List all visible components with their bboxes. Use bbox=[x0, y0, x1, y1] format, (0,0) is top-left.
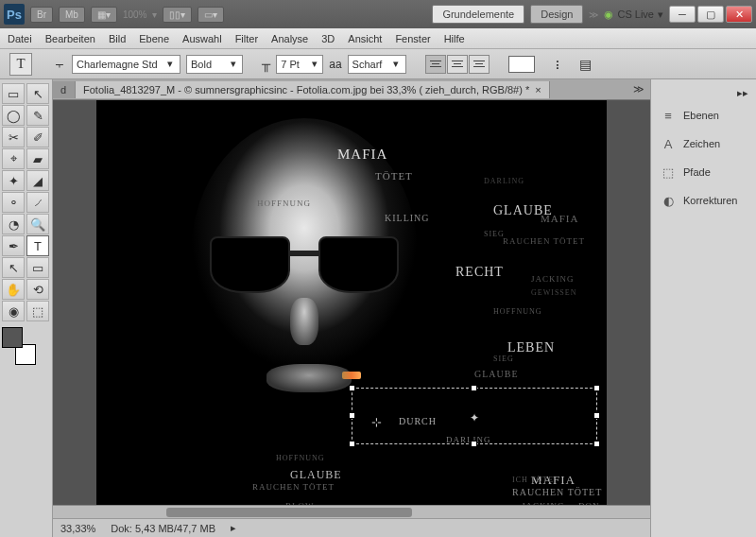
typo-word: RAUCHEN TÖTET bbox=[503, 236, 585, 246]
typo-word: RECHT bbox=[455, 265, 504, 280]
menu-bearbeiten[interactable]: Bearbeiten bbox=[45, 33, 95, 44]
tool-10[interactable]: ⚬ bbox=[2, 192, 25, 213]
align-left[interactable] bbox=[425, 55, 446, 74]
tool-4[interactable]: ✂ bbox=[2, 127, 25, 147]
tab-close-icon[interactable]: × bbox=[535, 84, 541, 95]
workspace-design[interactable]: Design bbox=[530, 5, 583, 24]
menu-ebene[interactable]: Ebene bbox=[139, 33, 169, 44]
menu-auswahl[interactable]: Auswahl bbox=[182, 33, 222, 44]
align-center[interactable] bbox=[447, 55, 468, 74]
panel-icon: A bbox=[659, 135, 678, 152]
panel-collapse-icon[interactable]: ▸▸ bbox=[655, 85, 752, 101]
font-size-select[interactable]: ▾ bbox=[276, 55, 323, 74]
tool-19[interactable]: ⟲ bbox=[26, 279, 49, 300]
typo-word: HOFFNUNG bbox=[257, 199, 311, 208]
document-tab-prev[interactable]: d bbox=[53, 81, 76, 98]
typo-word: TÖTET bbox=[375, 170, 413, 182]
right-panel: ▸▸ ≡EbenenAZeichen⬚Pfade◐Korrekturen bbox=[650, 79, 756, 537]
panel-pfade[interactable]: ⬚Pfade bbox=[655, 158, 752, 186]
tool-11[interactable]: ⟋ bbox=[26, 192, 49, 213]
document-tab-active[interactable]: Fotolia_4813297_M - © sumnersgraphicsinc… bbox=[76, 81, 550, 98]
character-panel-icon[interactable]: ▤ bbox=[579, 57, 592, 72]
tool-2[interactable]: ◯ bbox=[2, 105, 25, 126]
menu-bild[interactable]: Bild bbox=[109, 33, 126, 44]
color-swatches[interactable] bbox=[2, 327, 40, 365]
tool-1[interactable]: ↖ bbox=[26, 83, 49, 104]
maximize-button[interactable]: ▢ bbox=[697, 6, 724, 23]
panel-korrekturen[interactable]: ◐Korrekturen bbox=[655, 186, 752, 215]
minibridge-button[interactable]: Mb bbox=[59, 7, 85, 23]
panel-label: Ebenen bbox=[683, 110, 719, 121]
menu-datei[interactable]: Datei bbox=[8, 33, 32, 44]
tool-12[interactable]: ◔ bbox=[2, 214, 25, 234]
tool-5[interactable]: ✐ bbox=[26, 127, 49, 147]
foreground-color[interactable] bbox=[2, 327, 23, 348]
horizontal-scrollbar[interactable] bbox=[53, 505, 650, 518]
typo-word: GEWISSEN bbox=[531, 288, 576, 297]
typo-word: SIEG bbox=[493, 355, 514, 363]
menu-analyse[interactable]: Analyse bbox=[271, 33, 308, 44]
view-extras-button[interactable]: ▦▾ bbox=[91, 7, 117, 23]
panel-label: Pfade bbox=[683, 166, 711, 178]
canvas-area: MAFIAGLAUBEMAFIARAUCHEN TÖTETRECHTJACKIN… bbox=[53, 100, 650, 505]
tab-overflow[interactable]: ≫ bbox=[627, 83, 650, 95]
close-button[interactable]: ✕ bbox=[726, 6, 752, 23]
text-color[interactable] bbox=[508, 56, 535, 73]
orientation-icon[interactable]: ⫟ bbox=[53, 57, 66, 72]
tool-0[interactable]: ▭ bbox=[2, 83, 25, 104]
antialias-select[interactable]: ▾ bbox=[348, 55, 406, 74]
minimize-button[interactable]: ─ bbox=[669, 6, 696, 23]
tool-3[interactable]: ✎ bbox=[26, 105, 49, 126]
typo-word: KILLING bbox=[385, 213, 430, 223]
menu-ansicht[interactable]: Ansicht bbox=[348, 33, 382, 44]
panel-icon: ◐ bbox=[659, 192, 678, 209]
app-logo: Ps bbox=[4, 4, 25, 25]
panel-ebenen[interactable]: ≡Ebenen bbox=[655, 101, 752, 130]
tool-13[interactable]: 🔍 bbox=[26, 214, 49, 234]
panel-icon: ⬚ bbox=[659, 164, 678, 181]
toolbox: ▭↖◯✎✂✐⌖▰✦◢⚬⟋◔🔍✒T↖▭✋⟲◉⬚ bbox=[0, 79, 53, 537]
cs-live[interactable]: ◉CS Live▾ bbox=[604, 9, 663, 21]
text-align-group bbox=[425, 55, 490, 74]
align-right[interactable] bbox=[469, 55, 490, 74]
panel-zeichen[interactable]: AZeichen bbox=[655, 130, 752, 158]
options-bar: T ⫟ ▾ ▾ ╥ ▾ aa ▾ ⫶ ▤ bbox=[0, 49, 756, 79]
warp-text-icon[interactable]: ⫶ bbox=[554, 57, 560, 72]
tool-preset[interactable]: T bbox=[9, 53, 32, 76]
typo-word: SIEG bbox=[484, 230, 505, 238]
tool-6[interactable]: ⌖ bbox=[2, 148, 25, 169]
tool-9[interactable]: ◢ bbox=[26, 170, 49, 191]
menu-fenster[interactable]: Fenster bbox=[395, 33, 430, 44]
panel-icon: ≡ bbox=[659, 107, 678, 124]
tool-16[interactable]: ↖ bbox=[2, 257, 25, 278]
tool-14[interactable]: ✒ bbox=[2, 235, 25, 256]
tool-20[interactable]: ◉ bbox=[2, 301, 25, 321]
status-docinfo[interactable]: Dok: 5,43 MB/47,7 MB bbox=[111, 523, 215, 534]
arrange-button[interactable]: ▯▯▾ bbox=[163, 7, 192, 23]
workspace-grundelemente[interactable]: Grundelemente bbox=[432, 5, 524, 24]
workspace-more[interactable]: ≫ bbox=[589, 9, 598, 20]
tool-8[interactable]: ✦ bbox=[2, 170, 25, 191]
status-bar: 33,33% Dok: 5,43 MB/47,7 MB ▸ bbox=[53, 518, 650, 537]
font-family-select[interactable]: ▾ bbox=[72, 55, 180, 74]
menu-3d[interactable]: 3D bbox=[321, 33, 335, 44]
aa-label: aa bbox=[329, 58, 341, 71]
menu-filter[interactable]: Filter bbox=[235, 33, 258, 44]
bridge-button[interactable]: Br bbox=[30, 7, 53, 23]
tool-17[interactable]: ▭ bbox=[26, 257, 49, 278]
document-canvas[interactable]: MAFIAGLAUBEMAFIARAUCHEN TÖTETRECHTJACKIN… bbox=[96, 100, 607, 505]
status-zoom[interactable]: 33,33% bbox=[60, 523, 95, 534]
text-selection-box[interactable]: ✦ ⊹ bbox=[352, 388, 597, 444]
typo-word: RAUCHEN TÖTET bbox=[512, 487, 602, 497]
tool-7[interactable]: ▰ bbox=[26, 148, 49, 169]
font-weight-select[interactable]: ▾ bbox=[186, 55, 243, 74]
typo-word: JACKING bbox=[531, 274, 575, 284]
typo-word: RAUCHEN TÖTET bbox=[252, 482, 335, 492]
tool-18[interactable]: ✋ bbox=[2, 279, 25, 300]
tool-15[interactable]: T bbox=[26, 235, 49, 256]
typo-word: MAFIA bbox=[337, 147, 387, 163]
menu-hilfe[interactable]: Hilfe bbox=[444, 33, 465, 44]
zoom-level[interactable]: 100% bbox=[123, 9, 147, 20]
screen-mode-button[interactable]: ▭▾ bbox=[198, 7, 224, 23]
tool-21[interactable]: ⬚ bbox=[26, 301, 49, 321]
